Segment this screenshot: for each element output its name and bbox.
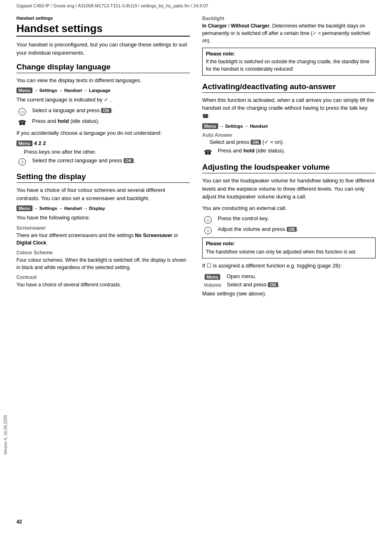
- menu-pill-4: Menu: [205, 274, 221, 280]
- loudspeaker-note-title: Please note:: [206, 240, 372, 247]
- page-number: 42: [16, 519, 22, 525]
- volume-label-cell: Volume: [202, 282, 223, 288]
- control-key-icon-2: ◇: [18, 158, 26, 166]
- intro-text: Your handset is preconfigured, but you c…: [16, 41, 190, 57]
- ok-badge-2: OK: [124, 158, 134, 163]
- menu-open-row: Menu Open menu.: [202, 273, 376, 280]
- page-title: Handset settings: [16, 22, 190, 35]
- menu-pill: Menu: [16, 88, 32, 93]
- loudspeaker-step2-text: Adjust the volume and press OK.: [218, 226, 298, 232]
- title-rule: [16, 36, 190, 37]
- loudspeaker-note-box: Please note: The handsfree volume can on…: [202, 237, 376, 258]
- menu-422-pill: Menu: [16, 141, 32, 146]
- step-select-language-text: Select a language and press OK.: [32, 107, 113, 113]
- auto-answer-nav: Menu → Settings → Handset: [202, 123, 376, 129]
- left-column: Handset settings Handset settings Your h…: [16, 12, 190, 301]
- nav-icon-2: ◇: [16, 158, 28, 166]
- make-settings-text: Make settings (see above).: [202, 290, 376, 298]
- loudspeaker-body3: If ☐ is assigned a different function e.…: [202, 262, 376, 270]
- backlight-note-title: Please note:: [206, 51, 372, 58]
- handset-icon-2: ☎: [204, 148, 212, 156]
- step-select-correct: ◇ Select the correct language and press …: [16, 157, 190, 166]
- step-press-keys: Press keys one after the other.: [24, 149, 190, 155]
- ok-badge-4: OK: [287, 227, 297, 232]
- backlight-label: Backlight: [202, 16, 376, 21]
- menu-pill-3: Menu: [202, 123, 218, 129]
- backlight-note-box: Please note: If the backlight is switche…: [202, 48, 376, 76]
- ok-badge-3: OK: [251, 140, 261, 145]
- menu-422-bar: Menu 4 2 2: [16, 140, 190, 146]
- loudspeaker-note-text: The handsfree volume can only be adjuste…: [206, 249, 372, 256]
- section-label: Handset settings: [16, 16, 190, 21]
- setting-display-heading: Setting the display: [16, 172, 190, 182]
- nav-icon-3: ◇: [202, 227, 214, 234]
- auto-answer-step1: Select and press OK (✓ = on).: [210, 139, 376, 145]
- menu-open-text: Open menu.: [227, 273, 256, 279]
- loudspeaker-body2: You are conducting an external call.: [202, 204, 376, 212]
- step-select-correct-text: Select the correct language and press OK…: [32, 157, 135, 164]
- change-language-rule: [16, 73, 190, 73]
- auto-answer-rule: [202, 92, 376, 93]
- setting-display-body1: You have a choice of four colour schemes…: [16, 186, 190, 202]
- loudspeaker-step2: ◇ Adjust the volume and press OK.: [202, 226, 376, 234]
- contrast-label: Contrast: [16, 274, 190, 280]
- loudspeaker-rule: [202, 173, 376, 173]
- accidental-language-text: If you accidentally choose a language yo…: [16, 129, 190, 137]
- loudspeaker-body1: You can set the loudspeaker volume for h…: [202, 177, 376, 201]
- right-column: Backlight In Charger / Without Charger. …: [202, 12, 376, 301]
- colour-scheme-text: Four colour schemes. When the backlight …: [16, 256, 190, 271]
- auto-answer-step1-text: Select and press OK (✓ = on).: [210, 139, 284, 145]
- auto-answer-body1: When this function is activated, when a …: [202, 96, 376, 120]
- current-language-text: The current language is indicated by ✓ .: [16, 96, 190, 104]
- loudspeaker-step1-text: Press the control key.: [218, 215, 269, 221]
- step-press-keys-text: Press keys one after the other.: [24, 149, 96, 155]
- control-key-icon-3: ⬡: [202, 216, 214, 224]
- backlight-note-text: If the backlight is switched on outside …: [206, 58, 372, 73]
- phone-icon-2: ☎: [202, 148, 214, 156]
- volume-label: Volume: [204, 282, 221, 288]
- control-nav-icon: ⬡: [204, 216, 212, 224]
- ok-badge-5: OK: [268, 282, 278, 287]
- control-key-icon: ◇: [18, 108, 26, 115]
- step-select-language: ◇ Select a language and press OK.: [16, 107, 190, 115]
- ok-badge-1: OK: [101, 108, 111, 113]
- auto-answer-step2: ☎ Press and hold (idle status).: [202, 148, 376, 156]
- screensaver-text: There are four different screensavers an…: [16, 232, 190, 247]
- volume-select-text: Select and press OK.: [227, 281, 280, 288]
- menu-pill-2: Menu: [16, 205, 32, 211]
- colour-scheme-label: Colour Scheme: [16, 250, 190, 256]
- handset-icon-1: ☎: [18, 119, 26, 127]
- change-language-nav: Menu → Settings → Handset → Language: [16, 88, 190, 93]
- contrast-text: You have a choice of several different c…: [16, 281, 190, 288]
- version-text: Version 4, 16.09.2005: [3, 415, 8, 455]
- loudspeaker-heading: Adjusting the loudspeaker volume: [202, 163, 376, 172]
- menu-label-cell: Menu: [202, 274, 223, 280]
- volume-select-row: Volume Select and press OK.: [202, 281, 376, 288]
- screensaver-label: Screensaver: [16, 225, 190, 231]
- change-display-language-heading: Change display language: [16, 62, 190, 72]
- auto-answer-heading: Activating/deactivating auto-answer: [202, 82, 376, 92]
- control-key-icon-4: ◇: [204, 227, 212, 234]
- setting-display-rule: [16, 182, 190, 183]
- loudspeaker-step1: ⬡ Press the control key.: [202, 215, 376, 224]
- step-press-hold-1: ☎ Press and hold (idle status).: [16, 118, 190, 127]
- setting-display-nav: Menu → Settings → Handset → Display: [16, 205, 190, 211]
- change-language-body1: You can view the display texts in differ…: [16, 76, 190, 85]
- following-options-text: You have the following options:: [16, 214, 190, 222]
- step-press-hold-1-text: Press and hold (idle status).: [32, 118, 99, 124]
- auto-answer-step2-text: Press and hold (idle status).: [218, 148, 285, 154]
- auto-answer-sub-label: Auto Answer: [202, 132, 376, 138]
- nav-icon-1: ◇: [16, 108, 28, 115]
- page-header: Gigaset C450 IP / Greek eng / A31008-M17…: [0, 0, 392, 12]
- backlight-text: In Charger / Without Charger. Determines…: [202, 22, 376, 44]
- phone-icon-1: ☎: [16, 119, 28, 127]
